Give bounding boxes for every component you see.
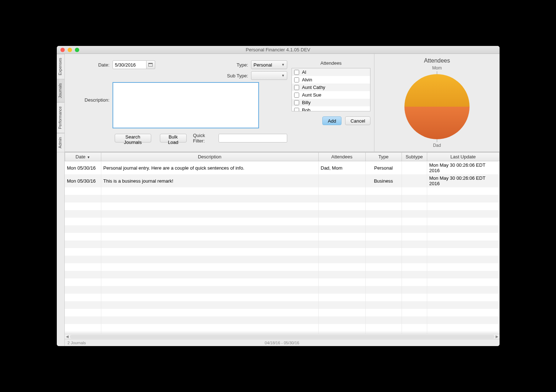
journals-grid[interactable]: Date▼DescriptionAttendeesTypeSubtypeLast…	[65, 152, 500, 334]
subtype-label: Sub Type:	[222, 73, 251, 78]
cancel-button[interactable]: Cancel	[345, 116, 370, 125]
table-row[interactable]: Mon 05/30/16This is a business journal r…	[65, 174, 499, 187]
description-label: Description:	[69, 82, 113, 103]
chevron-down-icon: ▼	[281, 74, 285, 77]
table-row[interactable]	[65, 240, 499, 248]
scroll-left-icon[interactable]: ◀	[65, 335, 70, 338]
table-row[interactable]	[65, 294, 499, 301]
minimize-window-button[interactable]	[68, 48, 72, 52]
attendee-checkbox[interactable]	[294, 93, 299, 98]
attendee-item[interactable]: Aunt Sue	[292, 91, 370, 99]
type-select[interactable]: Personal ▼	[251, 60, 287, 69]
search-journals-button[interactable]: Search Journals	[115, 134, 151, 142]
table-row[interactable]	[65, 286, 499, 294]
attendee-checkbox[interactable]	[294, 70, 299, 75]
calendar-icon	[148, 63, 153, 67]
table-row[interactable]	[65, 187, 499, 195]
chart-title: Attendees	[378, 57, 496, 64]
zoom-window-button[interactable]	[75, 48, 79, 52]
tab-expenses[interactable]: Expenses	[57, 54, 64, 79]
tab-journals[interactable]: Journals	[57, 79, 64, 102]
tab-admin[interactable]: Admin	[57, 133, 64, 152]
table-row[interactable]: Mon 05/30/16Personal journal entry. Here…	[65, 161, 499, 175]
table-row[interactable]	[65, 225, 499, 233]
date-label: Date:	[69, 62, 113, 68]
attendee-name: Aunt Cathy	[302, 85, 325, 90]
table-row[interactable]	[65, 278, 499, 286]
titlebar: Personal Financier 4.1.05 DEV	[57, 46, 500, 54]
table-row[interactable]	[65, 271, 499, 278]
table-row[interactable]	[65, 210, 499, 218]
attendee-name: Billy	[302, 100, 311, 105]
scroll-right-icon[interactable]: ▶	[495, 335, 500, 338]
attendee-item[interactable]: Bob	[292, 106, 370, 111]
column-header[interactable]: Type	[365, 153, 402, 161]
table-row[interactable]	[65, 248, 499, 256]
attendees-list[interactable]: AlAlvinAunt CathyAunt SueBillyBob	[292, 68, 371, 111]
type-value: Personal	[254, 62, 272, 68]
table-row[interactable]	[65, 256, 499, 263]
add-button[interactable]: Add	[322, 116, 341, 125]
close-window-button[interactable]	[60, 48, 65, 52]
column-header[interactable]: Date▼	[65, 153, 101, 161]
status-bar: 2 Journals 04/18/16 - 05/30/16	[65, 339, 500, 346]
attendee-item[interactable]: Billy	[292, 99, 370, 106]
table-row[interactable]	[65, 218, 499, 225]
column-header[interactable]: Last Update	[427, 153, 499, 161]
quick-filter-label: Quick Filter:	[193, 133, 212, 144]
subtype-select[interactable]: ▼	[251, 71, 287, 80]
chart-label-bottom: Dad	[433, 143, 441, 148]
column-header[interactable]: Attendees	[318, 153, 365, 161]
chevron-down-icon: ▼	[281, 63, 285, 67]
attendee-checkbox[interactable]	[294, 77, 299, 82]
attendees-label: Attendees	[292, 60, 371, 66]
attendee-checkbox[interactable]	[294, 108, 299, 112]
tab-performance[interactable]: Performance	[57, 102, 64, 133]
window-title: Personal Financier 4.1.05 DEV	[57, 47, 500, 52]
attendee-name: Al	[302, 69, 306, 75]
side-tabs: Expenses Journals Performance Admin	[57, 54, 65, 346]
chart-label-top: Mom	[432, 65, 442, 71]
table-row[interactable]	[65, 263, 499, 271]
attendees-pie-chart	[401, 71, 473, 143]
type-label: Type:	[229, 62, 251, 68]
table-row[interactable]	[65, 301, 499, 309]
table-row[interactable]	[65, 316, 499, 324]
column-header[interactable]: Description	[101, 153, 318, 161]
horizontal-scrollbar[interactable]: ◀ ▶	[65, 334, 500, 339]
table-row[interactable]	[65, 233, 499, 240]
bulk-load-button[interactable]: Bulk Load	[160, 134, 187, 142]
attendee-checkbox[interactable]	[294, 85, 299, 90]
description-textarea[interactable]	[113, 82, 259, 128]
date-input[interactable]	[113, 60, 147, 69]
table-row[interactable]	[65, 203, 499, 210]
attendee-name: Bob	[302, 107, 310, 111]
table-row[interactable]	[65, 309, 499, 316]
attendee-item[interactable]: Alvin	[292, 76, 370, 84]
attendee-checkbox[interactable]	[294, 100, 299, 105]
attendee-item[interactable]: Aunt Cathy	[292, 84, 370, 91]
table-row[interactable]	[65, 324, 499, 332]
table-row[interactable]	[65, 195, 499, 203]
app-window: Personal Financier 4.1.05 DEV Expenses J…	[57, 46, 500, 346]
column-header[interactable]: Subtype	[402, 153, 427, 161]
attendee-item[interactable]: Al	[292, 68, 370, 76]
sort-desc-icon: ▼	[87, 155, 90, 159]
date-picker-button[interactable]	[147, 60, 155, 69]
quick-filter-input[interactable]	[218, 134, 287, 142]
status-range: 04/18/16 - 05/30/16	[65, 341, 500, 345]
attendee-name: Alvin	[302, 77, 312, 82]
attendee-name: Aunt Sue	[302, 92, 322, 98]
